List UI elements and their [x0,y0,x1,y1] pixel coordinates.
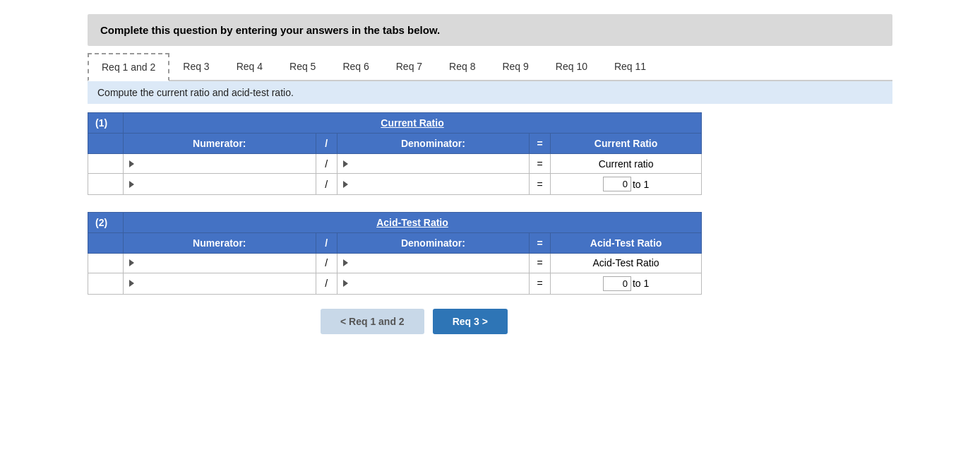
section2-col-empty [88,232,124,253]
section1-row2-denominator[interactable] [337,174,530,195]
section2-col-headers: Numerator: / Denominator: = Acid-Test Ra… [88,232,702,253]
section2-col-denominator: Denominator: [337,232,530,253]
section2-row1-denom-triangle [343,259,348,266]
instruction-text: Complete this question by entering your … [100,24,440,36]
section2-row1-numerator-input[interactable] [137,256,310,270]
section1-row1-denominator[interactable] [337,154,530,174]
section1-row2-value-input[interactable] [603,177,631,191]
section2-number: (2) [88,212,124,232]
section2-col-slash: / [316,232,337,253]
section1-col-empty [88,134,124,154]
section1-row2-equals: = [530,174,551,195]
section1-row1-slash: / [316,154,337,174]
section1-row2-num [88,174,124,195]
section2-title: Acid-Test Ratio [376,217,448,228]
section2-row-2: / = to 1 [88,273,702,294]
section2-row1-num [88,253,124,273]
tab-req-10[interactable]: Req 10 [542,53,601,80]
section2-row1-denominator-input[interactable] [351,256,524,270]
section1-col-headers: Numerator: / Denominator: = Current Rati… [88,134,702,154]
tab-req-6[interactable]: Req 6 [329,53,382,80]
tab-req-8[interactable]: Req 8 [436,53,489,80]
section1-row1-denominator-input[interactable] [351,157,524,170]
section2-row2-denominator[interactable] [337,273,530,294]
tab-req-9[interactable]: Req 9 [489,53,542,80]
section1-row2-denom-triangle [343,181,348,188]
section1-title: Current Ratio [381,117,443,129]
section2-row2-num [88,273,124,294]
section2-table: (2) Acid-Test Ratio Numerator: / Denomin… [88,212,702,295]
section1-row-2: / = to 1 [88,174,702,195]
section2-col-equals: = [530,232,551,253]
section-2: (2) Acid-Test Ratio Numerator: / Denomin… [88,212,892,295]
sub-instruction: Compute the current ratio and acid-test … [88,81,892,104]
section1-row-1: / = Current ratio [88,154,702,174]
section1-spacer [88,195,702,205]
section1-col-equals: = [530,134,551,154]
section1-row2-denominator-input[interactable] [351,177,524,191]
tab-req-1-and-2[interactable]: Req 1 and 2 [88,53,169,81]
section2-row1-denominator[interactable] [337,253,530,273]
section1-header: (1) Current Ratio [88,113,702,134]
section1-row2-numerator-input[interactable] [137,177,310,191]
section2-row2-equals: = [530,273,551,294]
section1-row1-numerator-input[interactable] [137,157,310,170]
section1-row1-triangle [129,160,134,167]
section2-row1-result: Acid-Test Ratio [551,253,702,273]
tab-req-3[interactable]: Req 3 [169,53,222,80]
section1-col-slash: / [316,134,337,154]
section1-table: (1) Current Ratio Numerator: / Denominat… [88,112,702,205]
tabs-row: Req 1 and 2 Req 3 Req 4 Req 5 Req 6 Req … [88,53,892,81]
section2-row2-slash: / [316,273,337,294]
prev-button[interactable]: < Req 1 and 2 [321,309,424,334]
tab-req-4[interactable]: Req 4 [223,53,276,80]
section2-row2-value-input[interactable] [603,276,631,291]
section2-row2-suffix: to 1 [633,278,649,289]
section2-row2-result: to 1 [551,273,702,294]
section1-row2-numerator[interactable] [124,174,316,195]
section1-row1-numerator[interactable] [124,154,316,174]
section2-row1-triangle [129,259,134,266]
section1-row2-suffix: to 1 [633,179,649,190]
section2-row1-numerator[interactable] [124,253,316,273]
section2-row-1: / = Acid-Test Ratio [88,253,702,273]
section1-row1-num [88,154,124,174]
section1-col-numerator: Numerator: [124,134,316,154]
section1-number: (1) [88,113,124,134]
tab-req-7[interactable]: Req 7 [383,53,436,80]
section2-row2-denominator-input[interactable] [351,277,524,290]
section2-col-numerator: Numerator: [124,232,316,253]
section1-row2-result: to 1 [551,174,702,195]
instruction-bar: Complete this question by entering your … [88,14,892,46]
section2-row2-triangle [129,280,134,287]
nav-buttons: < Req 1 and 2 Req 3 > [88,309,892,334]
section1-col-denominator: Denominator: [337,134,530,154]
section1-row1-result: Current ratio [551,154,702,174]
section2-col-result: Acid-Test Ratio [551,232,702,253]
section1-row2-slash: / [316,174,337,195]
page-wrapper: Complete this question by entering your … [88,14,892,334]
section2-row1-equals: = [530,253,551,273]
section2-row2-numerator-input[interactable] [137,277,310,290]
section-1: (1) Current Ratio Numerator: / Denominat… [88,112,892,205]
section2-row1-slash: / [316,253,337,273]
section1-row1-equals: = [530,154,551,174]
section1-row1-denom-triangle [343,160,348,167]
section1-row2-triangle [129,181,134,188]
next-button[interactable]: Req 3 > [433,309,508,334]
tab-req-11[interactable]: Req 11 [601,53,659,80]
section2-row2-numerator[interactable] [124,273,316,294]
tab-req-5[interactable]: Req 5 [276,53,329,80]
section1-col-result: Current Ratio [551,134,702,154]
section2-header: (2) Acid-Test Ratio [88,212,702,232]
section2-row2-denom-triangle [343,280,348,287]
